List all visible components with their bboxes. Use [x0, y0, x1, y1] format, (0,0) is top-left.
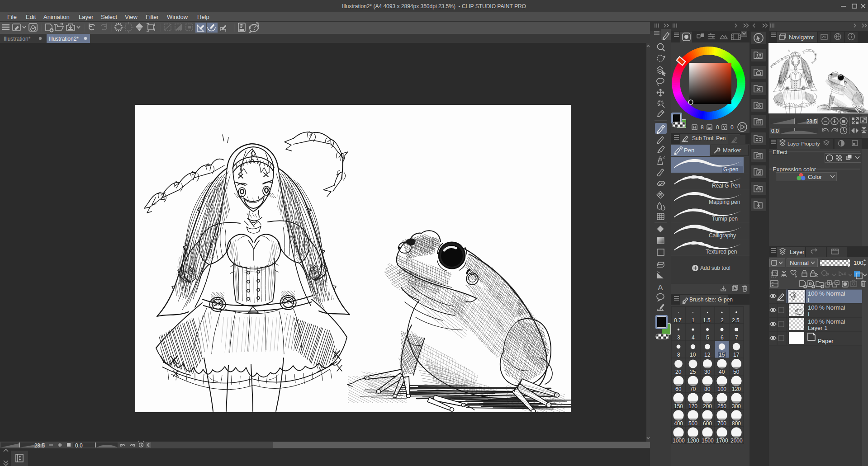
svg-text:0.0: 0.0: [75, 442, 83, 449]
svg-text:23.5: 23.5: [806, 118, 817, 125]
svg-text:A: A: [658, 283, 663, 292]
svg-text:23.5: 23.5: [34, 442, 45, 449]
svg-text:0.0: 0.0: [771, 128, 779, 134]
